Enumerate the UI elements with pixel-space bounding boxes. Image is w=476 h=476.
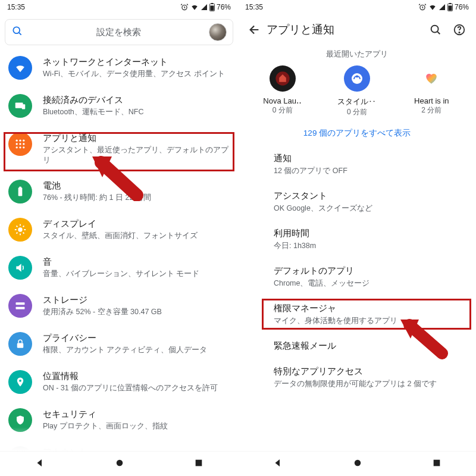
recent-apps: Nova Lau‥ 0 分前 スタイル‥ 0 分前 Heart is in 2 …	[238, 65, 476, 117]
svg-point-11	[19, 143, 21, 145]
wifi-icon	[428, 3, 437, 11]
svg-point-12	[23, 143, 24, 145]
storage-icon	[8, 294, 32, 318]
devices-icon	[8, 94, 32, 118]
svg-rect-21	[17, 343, 24, 348]
nav-recent-icon[interactable]	[432, 458, 441, 470]
header-bar: アプリと通知	[238, 14, 476, 45]
recent-app[interactable]: スタイル‥ 0 分前	[324, 65, 390, 117]
svg-point-29	[431, 26, 439, 33]
show-all-apps[interactable]: 129 個のアプリをすべて表示	[238, 128, 476, 139]
detail-list: 通知12 個のアプリで OFF アシスタントOK Google、スクイーズなど …	[238, 146, 476, 396]
nav-recent-icon[interactable]	[194, 458, 203, 470]
header-title: アプリと通知	[267, 22, 424, 37]
svg-rect-3	[210, 5, 214, 10]
battery-icon	[8, 180, 32, 203]
nav-bar	[238, 451, 476, 476]
svg-point-33	[352, 73, 362, 84]
search-icon	[11, 25, 23, 39]
battery-icon	[209, 3, 215, 11]
app-icon	[270, 65, 296, 92]
svg-point-15	[23, 146, 24, 148]
status-time: 15:35	[7, 3, 180, 11]
alarm-icon	[418, 3, 427, 11]
item-network[interactable]: ネットワークとインターネットWi-Fi、モバイル、データ使用量、アクセス ポイン…	[0, 49, 238, 87]
alarm-icon	[180, 3, 189, 11]
item-display[interactable]: ディスプレイスタイル、壁紙、画面消灯、フォントサイズ	[0, 211, 238, 249]
wifi-icon	[190, 3, 199, 11]
search-placeholder: 設定を検索	[28, 27, 209, 38]
item-apps[interactable]: アプリと通知アシスタント、最近使ったアプリ、デフォルトのアプリ	[0, 125, 238, 173]
search-button[interactable]	[424, 23, 447, 36]
nav-back-icon[interactable]	[35, 458, 45, 471]
battery-icon	[447, 3, 453, 11]
row-emergency-alerts[interactable]: 緊急速報メール	[238, 333, 476, 359]
row-notifications[interactable]: 通知12 個のアプリで OFF	[238, 146, 476, 183]
svg-point-31	[459, 32, 459, 33]
svg-rect-36	[434, 459, 440, 466]
battery-percent: 76%	[217, 3, 231, 11]
row-permission-manager[interactable]: 権限マネージャマイク、身体活動を使用するアプリ	[238, 296, 476, 333]
row-screentime[interactable]: 利用時間今日: 1h38m	[238, 221, 476, 258]
svg-rect-5	[15, 103, 23, 108]
svg-point-7	[16, 140, 18, 142]
location-icon	[8, 370, 32, 394]
search-bar[interactable]: 設定を検索	[5, 19, 233, 45]
svg-rect-2	[211, 3, 214, 4]
battery-percent: 76%	[455, 3, 469, 11]
nav-home-icon[interactable]	[114, 458, 125, 471]
status-bar: 15:35 76%	[238, 0, 476, 14]
settings-screen: 15:35 76% 設定を検索 ネットワークとインターネットWi-Fi、モバイル…	[0, 0, 238, 476]
app-icon	[344, 65, 370, 92]
svg-rect-27	[449, 3, 452, 4]
sound-icon	[8, 256, 32, 280]
status-time: 15:35	[245, 3, 418, 11]
lock-icon	[8, 332, 32, 356]
row-default-apps[interactable]: デフォルトのアプリChrome、電話、メッセージ	[238, 258, 476, 296]
svg-rect-19	[16, 302, 25, 305]
signal-icon	[201, 4, 208, 11]
svg-point-8	[19, 140, 21, 142]
recent-app[interactable]: Nova Lau‥ 0 分前	[250, 65, 315, 117]
nav-back-icon[interactable]	[273, 458, 283, 471]
nav-bar	[0, 451, 238, 476]
help-button[interactable]	[447, 23, 471, 36]
svg-point-35	[355, 459, 361, 466]
svg-point-13	[16, 146, 18, 148]
apps-icon	[8, 132, 32, 156]
svg-rect-20	[16, 307, 25, 309]
apps-notifications-screen: 15:35 76% アプリと通知 最近開いたアプリ Nova Lau‥ 0 分前…	[238, 0, 476, 476]
svg-point-22	[19, 380, 21, 382]
item-location[interactable]: 位置情報ON - 31 個のアプリに位置情報へのアクセスを許可	[0, 363, 238, 401]
settings-list: ネットワークとインターネットWi-Fi、モバイル、データ使用量、アクセス ポイン…	[0, 49, 238, 476]
nav-home-icon[interactable]	[352, 458, 363, 471]
item-privacy[interactable]: プライバシー権限、アカウント アクティビティ、個人データ	[0, 325, 238, 363]
brightness-icon	[8, 218, 32, 242]
wifi-icon	[8, 56, 32, 80]
item-sound[interactable]: 音音量、バイブレーション、サイレント モード	[0, 249, 238, 287]
row-assistant[interactable]: アシスタントOK Google、スクイーズなど	[238, 183, 476, 221]
item-security[interactable]: セキュリティPlay プロテクト、画面ロック、指紋	[0, 401, 238, 439]
item-storage[interactable]: ストレージ使用済み 52% - 空き容量 30.47 GB	[0, 287, 238, 325]
svg-point-4	[13, 27, 20, 33]
svg-point-10	[16, 143, 18, 145]
svg-point-18	[18, 227, 22, 231]
svg-rect-24	[196, 459, 202, 466]
svg-rect-16	[18, 187, 23, 196]
item-connected[interactable]: 接続済みのデバイスBluetooth、運転モード、NFC	[0, 87, 238, 125]
item-battery[interactable]: 電池76% - 残り時間: 約 1 日 22 時間	[0, 173, 238, 211]
recent-apps-title: 最近開いたアプリ	[238, 49, 476, 60]
status-bar: 15:35 76%	[0, 0, 238, 14]
app-icon	[418, 65, 444, 92]
svg-point-9	[23, 140, 24, 142]
row-special-access[interactable]: 特別なアプリアクセスデータの無制限使用が可能なアプリは 2 個です	[238, 359, 476, 396]
signal-icon	[439, 4, 446, 11]
svg-point-14	[19, 146, 21, 148]
shield-icon	[8, 408, 32, 432]
svg-rect-28	[448, 5, 452, 10]
account-avatar[interactable]	[209, 23, 227, 41]
back-button[interactable]	[243, 23, 267, 36]
svg-rect-6	[22, 104, 26, 109]
svg-point-23	[117, 459, 123, 466]
recent-app[interactable]: Heart is in 2 分前	[399, 65, 464, 117]
